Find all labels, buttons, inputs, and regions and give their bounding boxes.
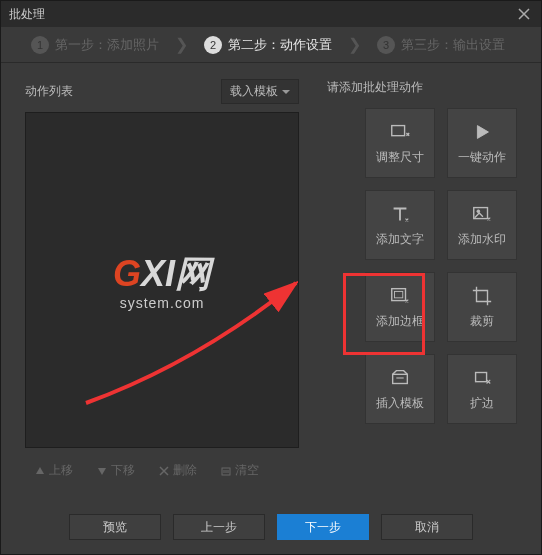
step-label: 第三步：输出设置 (401, 36, 505, 54)
svg-rect-6 (393, 374, 408, 383)
load-template-dropdown[interactable]: 载入模板 (221, 79, 299, 104)
add-action-hint: 请添加批处理动作 (323, 79, 517, 96)
resize-action-button[interactable]: 调整尺寸 (365, 108, 435, 178)
arrow-up-icon (35, 466, 45, 476)
list-controls: 上移 下移 删除 清空 (25, 458, 299, 483)
step-3[interactable]: 3 第三步：输出设置 (377, 36, 505, 54)
step-label: 第二步：动作设置 (228, 36, 332, 54)
footer-buttons: 预览 上一步 下一步 取消 (1, 514, 541, 540)
content-area: 动作列表 载入模板 GXI网 system.com (1, 63, 541, 483)
play-icon (471, 121, 493, 143)
move-up-button[interactable]: 上移 (25, 458, 83, 483)
cancel-button[interactable]: 取消 (381, 514, 473, 540)
step-label: 第一步：添加照片 (55, 36, 159, 54)
wizard-steps: 1 第一步：添加照片 ❯ 2 第二步：动作设置 ❯ 3 第三步：输出设置 (1, 27, 541, 63)
chevron-down-icon (282, 90, 290, 94)
chevron-right-icon: ❯ (175, 35, 188, 54)
resize-icon (389, 121, 411, 143)
step-number: 1 (31, 36, 49, 54)
next-step-button[interactable]: 下一步 (277, 514, 369, 540)
insert-template-action-button[interactable]: 插入模板 (365, 354, 435, 424)
add-text-action-button[interactable]: 添加文字 (365, 190, 435, 260)
arrow-down-icon (97, 466, 107, 476)
dialog-title: 批处理 (9, 6, 45, 23)
text-icon (389, 203, 411, 225)
right-column: 请添加批处理动作 调整尺寸 一键动作 添加文字 添加水印 (323, 79, 517, 483)
crop-icon (471, 285, 493, 307)
action-list-label: 动作列表 (25, 83, 73, 100)
delete-icon (159, 466, 169, 476)
svg-rect-1 (392, 125, 405, 135)
step-1[interactable]: 1 第一步：添加照片 (31, 36, 159, 54)
svg-rect-5 (395, 291, 403, 297)
preview-button[interactable]: 预览 (69, 514, 161, 540)
close-icon (518, 8, 530, 20)
expand-action-button[interactable]: 扩边 (447, 354, 517, 424)
action-grid: 调整尺寸 一键动作 添加文字 添加水印 添加边框 (323, 108, 517, 424)
load-template-label: 载入模板 (230, 83, 278, 100)
watermark-logo: GXI网 system.com (113, 250, 211, 311)
delete-button[interactable]: 删除 (149, 458, 207, 483)
step-number: 3 (377, 36, 395, 54)
action-list-area[interactable]: GXI网 system.com (25, 112, 299, 448)
one-click-action-button[interactable]: 一键动作 (447, 108, 517, 178)
chevron-right-icon: ❯ (348, 35, 361, 54)
template-icon (389, 367, 411, 389)
svg-rect-7 (476, 372, 487, 381)
prev-step-button[interactable]: 上一步 (173, 514, 265, 540)
expand-icon (471, 367, 493, 389)
add-border-action-button[interactable]: 添加边框 (365, 272, 435, 342)
move-down-button[interactable]: 下移 (87, 458, 145, 483)
clear-icon (221, 466, 231, 476)
left-column: 动作列表 载入模板 GXI网 system.com (25, 79, 299, 483)
svg-rect-4 (392, 288, 406, 300)
add-watermark-action-button[interactable]: 添加水印 (447, 190, 517, 260)
titlebar: 批处理 (1, 1, 541, 27)
step-2: 2 第二步：动作设置 (204, 36, 332, 54)
step-number: 2 (204, 36, 222, 54)
watermark-icon (471, 203, 493, 225)
border-icon (389, 285, 411, 307)
batch-dialog: 批处理 1 第一步：添加照片 ❯ 2 第二步：动作设置 ❯ 3 第三步：输出设置… (0, 0, 542, 555)
clear-button[interactable]: 清空 (211, 458, 269, 483)
crop-action-button[interactable]: 裁剪 (447, 272, 517, 342)
close-button[interactable] (515, 5, 533, 23)
left-header: 动作列表 载入模板 (25, 79, 299, 104)
